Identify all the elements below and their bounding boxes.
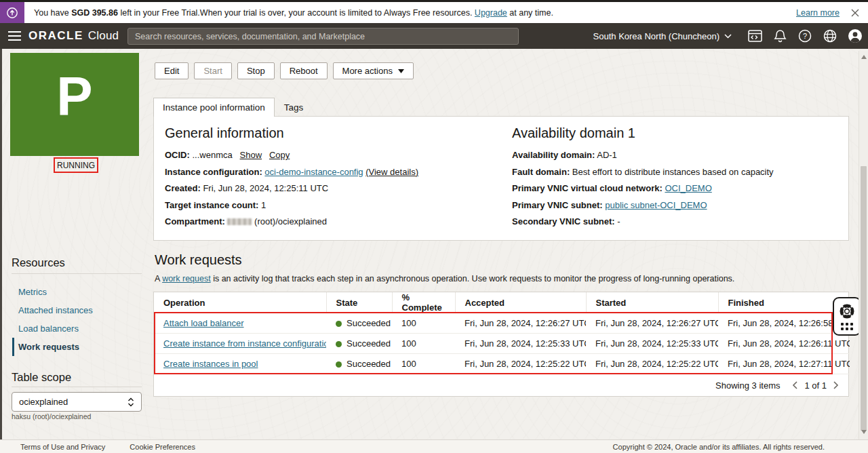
view-details-link[interactable]: (View details) <box>366 167 418 177</box>
secondary-subnet-field: Secondary VNIC subnet: - <box>512 216 774 226</box>
console-header: ORACLE Cloud South Korea North (Chuncheo… <box>0 23 868 49</box>
ocid-show-link[interactable]: Show <box>240 150 262 160</box>
status-dot-succeeded <box>336 341 342 347</box>
reboot-button[interactable]: Reboot <box>280 62 328 79</box>
start-button[interactable]: Start <box>194 62 231 79</box>
percent-complete: 100 <box>392 354 455 374</box>
compartment-value-redacted <box>227 218 252 225</box>
page-prev-icon[interactable] <box>792 381 797 389</box>
terms-link[interactable]: Terms of Use and Privacy <box>20 443 105 451</box>
region-selector[interactable]: South Korea North (Chuncheon) <box>593 31 732 41</box>
work-request-link[interactable]: Attach load balancer <box>163 318 244 328</box>
instance-config-link[interactable]: oci-demo-instance-config <box>264 167 363 177</box>
created-field: Created: Fri, Jun 28, 2024, 12:25:11 UTC <box>165 183 490 193</box>
col-started: Started <box>586 292 718 313</box>
trial-message: You have SGD 395.86 left in your Free Tr… <box>34 8 553 18</box>
hamburger-menu-icon[interactable] <box>0 23 28 49</box>
state-label: Succeeded <box>347 318 391 328</box>
subnet-link[interactable]: public subnet-OCI_DEMO <box>605 200 707 210</box>
availability-domain-field: Availability domain: AD-1 <box>512 150 774 160</box>
console-footer: Terms of Use and Privacy Cookie Preferen… <box>0 439 868 453</box>
page-next-icon[interactable] <box>833 381 839 389</box>
work-requests-table-card: Operation State % Complete Accepted Star… <box>153 292 849 397</box>
free-trial-banner: You have SGD 395.86 left in your Free Tr… <box>0 2 868 23</box>
compartment-scope-select[interactable]: ociexplained <box>12 392 142 412</box>
work-request-link[interactable]: Create instance from instance configurat… <box>163 338 326 349</box>
more-actions-button[interactable]: More actions <box>333 62 414 79</box>
table-header-row: Operation State % Complete Accepted Star… <box>154 292 850 313</box>
sidebar-item-metrics[interactable]: Metrics <box>12 283 142 301</box>
accepted-time: Fri, Jun 28, 2024, 12:25:22 UTC <box>455 354 586 374</box>
table-row: Create instance from instance configurat… <box>154 334 850 354</box>
table-pagination: Showing 3 items 1 of 1 <box>154 374 848 396</box>
scroll-up-arrow[interactable] <box>861 55 867 59</box>
started-time: Fri, Jun 28, 2024, 12:25:22 UTC <box>586 354 718 374</box>
col-finished: Finished <box>718 292 850 313</box>
status-dot-succeeded <box>336 321 342 327</box>
more-actions-label: More actions <box>342 66 393 76</box>
table-scope-title: Table scope <box>12 371 71 384</box>
col-complete: % Complete <box>392 292 455 313</box>
work-requests-title: Work requests <box>155 252 242 268</box>
target-instance-count-field: Target instance count: 1 <box>165 200 490 210</box>
ocid-copy-link[interactable]: Copy <box>269 150 290 160</box>
work-request-doc-link[interactable]: work request <box>162 274 211 283</box>
work-request-link[interactable]: Create instances in pool <box>163 359 258 369</box>
started-time: Fri, Jun 28, 2024, 12:25:33 UTC <box>586 334 718 354</box>
globe-language-icon[interactable] <box>823 28 837 43</box>
cookie-preferences-link[interactable]: Cookie Preferences <box>130 443 195 451</box>
scrollbar-thumb[interactable] <box>861 166 867 431</box>
work-requests-table: Operation State % Complete Accepted Star… <box>154 292 850 374</box>
primary-subnet-field: Primary VNIC subnet: public subnet-OCI_D… <box>512 200 774 210</box>
primary-vcn-field: Primary VNIC virtual cloud network: OCI_… <box>512 183 774 193</box>
trial-balance: SGD 395.86 <box>71 8 118 18</box>
learn-more-link[interactable]: Learn more <box>796 8 840 18</box>
user-avatar-icon[interactable] <box>848 28 863 43</box>
resources-nav: Metrics Attached instances Load balancer… <box>12 283 142 356</box>
col-state: State <box>326 292 392 313</box>
status-badge: RUNNING <box>54 157 98 173</box>
accepted-time: Fri, Jun 28, 2024, 12:25:33 UTC <box>455 334 586 354</box>
close-icon[interactable] <box>850 8 860 18</box>
table-row: Create instances in pool Succeeded 100 F… <box>154 354 850 374</box>
edit-button[interactable]: Edit <box>155 62 189 79</box>
col-operation: Operation <box>154 292 326 313</box>
vertical-scrollbar[interactable] <box>859 51 868 439</box>
page-content: P RUNNING Resources Metrics Attached ins… <box>0 49 868 439</box>
cloud-shell-icon[interactable] <box>747 28 762 43</box>
table-row: Attach load balancer Succeeded 100 Fri, … <box>154 313 850 334</box>
scroll-down-arrow[interactable] <box>861 430 867 434</box>
sidebar-item-load-balancers[interactable]: Load balancers <box>12 319 142 338</box>
main-content: Edit Start Stop Reboot More actions Inst… <box>153 49 849 439</box>
upgrade-link[interactable]: Upgrade <box>475 8 507 18</box>
svg-text:?: ? <box>803 32 807 40</box>
instance-pool-avatar: P <box>10 53 139 156</box>
tab-tags[interactable]: Tags <box>275 98 313 117</box>
sidebar-item-work-requests[interactable]: Work requests <box>12 338 142 356</box>
sidebar-item-attached-instances[interactable]: Attached instances <box>12 301 142 319</box>
percent-complete: 100 <box>392 334 455 354</box>
logo-oracle-text: ORACLE <box>28 29 83 43</box>
dots-grid-icon <box>841 323 853 330</box>
lifesaver-icon <box>839 303 855 319</box>
help-icon[interactable]: ? <box>797 28 812 43</box>
notifications-bell-icon[interactable] <box>772 28 787 43</box>
resources-title: Resources <box>12 256 65 269</box>
vcn-link[interactable]: OCI_DEMO <box>665 183 711 193</box>
search-input[interactable] <box>127 28 519 45</box>
oracle-cloud-logo[interactable]: ORACLE Cloud <box>28 29 119 43</box>
accepted-time: Fri, Jun 28, 2024, 12:26:27 UTC <box>455 313 586 334</box>
availability-domain-section: Availability domain 1 Availability domai… <box>501 117 785 240</box>
compartment-field: Compartment: (root)/ociexplained <box>165 216 490 226</box>
status-dot-succeeded <box>336 361 342 368</box>
showing-items-label: Showing 3 items <box>715 380 780 391</box>
tab-instance-pool-information[interactable]: Instance pool information <box>153 98 275 117</box>
percent-complete: 100 <box>392 313 455 334</box>
support-chat-widget[interactable] <box>833 297 861 336</box>
state-label: Succeeded <box>347 359 391 369</box>
started-time: Fri, Jun 28, 2024, 12:26:27 UTC <box>586 313 718 334</box>
upgrade-arrow-icon <box>0 2 24 23</box>
stop-button[interactable]: Stop <box>237 62 275 79</box>
general-information-title: General information <box>165 125 490 141</box>
instance-configuration-field: Instance configuration: oci-demo-instanc… <box>165 167 490 177</box>
